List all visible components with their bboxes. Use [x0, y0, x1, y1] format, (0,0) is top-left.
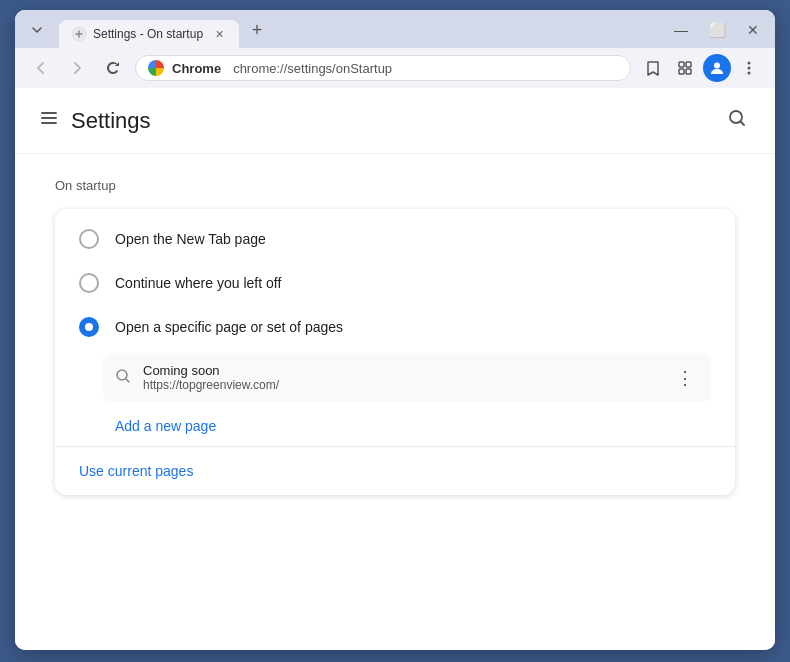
- startup-options-card: Open the New Tab page Continue where you…: [55, 209, 735, 495]
- window-controls: — ⬜ ✕: [667, 16, 767, 44]
- profile-button[interactable]: [703, 54, 731, 82]
- title-bar: Settings - On startup ✕ + — ⬜ ✕: [15, 10, 775, 88]
- nav-bar: Chrome chrome://settings/onStartup: [15, 48, 775, 88]
- option-new-tab[interactable]: Open the New Tab page: [55, 217, 735, 261]
- option-specific-label: Open a specific page or set of pages: [115, 319, 343, 335]
- settings-body: PC On startup Open the New Tab page Cont…: [15, 154, 775, 519]
- tab-title-text: Settings - On startup: [93, 27, 205, 41]
- refresh-button[interactable]: [99, 54, 127, 82]
- chrome-logo-icon: [148, 60, 164, 76]
- page-search-icon: [115, 368, 131, 388]
- maximize-button[interactable]: ⬜: [703, 16, 731, 44]
- menu-button[interactable]: [735, 54, 763, 82]
- active-tab[interactable]: Settings - On startup ✕: [59, 20, 239, 48]
- option-continue-label: Continue where you left off: [115, 275, 281, 291]
- page-entry: Coming soon https://topgreenview.com/ ⋮: [103, 353, 711, 402]
- address-brand: Chrome: [172, 61, 221, 76]
- card-divider: [55, 446, 735, 447]
- page-more-button[interactable]: ⋮: [671, 364, 699, 392]
- add-new-page-link[interactable]: Add a new page: [55, 406, 735, 442]
- back-button[interactable]: [27, 54, 55, 82]
- svg-point-6: [748, 62, 751, 65]
- nav-icons-area: [639, 54, 763, 82]
- radio-specific[interactable]: [79, 317, 99, 337]
- settings-header: Settings: [15, 88, 775, 154]
- minimize-button[interactable]: —: [667, 16, 695, 44]
- settings-title-area: Settings: [39, 108, 151, 134]
- browser-window: Settings - On startup ✕ + — ⬜ ✕: [15, 10, 775, 650]
- address-url: chrome://settings/onStartup: [233, 61, 392, 76]
- svg-rect-4: [686, 69, 691, 74]
- page-url: https://topgreenview.com/: [143, 378, 659, 392]
- option-specific[interactable]: Open a specific page or set of pages: [55, 305, 735, 349]
- svg-point-5: [714, 63, 720, 69]
- option-continue[interactable]: Continue where you left off: [55, 261, 735, 305]
- option-new-tab-label: Open the New Tab page: [115, 231, 266, 247]
- use-current-pages-link[interactable]: Use current pages: [55, 451, 735, 487]
- settings-search-button[interactable]: [723, 104, 751, 137]
- page-info: Coming soon https://topgreenview.com/: [143, 363, 659, 392]
- hamburger-menu-icon[interactable]: [39, 108, 59, 133]
- forward-button[interactable]: [63, 54, 91, 82]
- page-name: Coming soon: [143, 363, 659, 378]
- page-content: Settings PC On startup Open the New Tab …: [15, 88, 775, 650]
- close-button[interactable]: ✕: [739, 16, 767, 44]
- new-tab-button[interactable]: +: [243, 16, 271, 44]
- svg-point-7: [748, 67, 751, 70]
- radio-new-tab[interactable]: [79, 229, 99, 249]
- tab-list-button[interactable]: [23, 16, 51, 44]
- tab-close-button[interactable]: ✕: [211, 26, 227, 42]
- tab-favicon: [71, 26, 87, 42]
- radio-continue[interactable]: [79, 273, 99, 293]
- svg-rect-2: [686, 62, 691, 67]
- svg-rect-3: [679, 69, 684, 74]
- tab-bar: Settings - On startup ✕ + — ⬜ ✕: [15, 10, 775, 48]
- settings-page-title: Settings: [71, 108, 151, 134]
- bookmark-button[interactable]: [639, 54, 667, 82]
- address-bar[interactable]: Chrome chrome://settings/onStartup: [135, 55, 631, 81]
- on-startup-section-label: On startup: [55, 178, 735, 193]
- svg-rect-1: [679, 62, 684, 67]
- tab-nav-area: [23, 16, 51, 44]
- extensions-button[interactable]: [671, 54, 699, 82]
- svg-point-8: [748, 72, 751, 75]
